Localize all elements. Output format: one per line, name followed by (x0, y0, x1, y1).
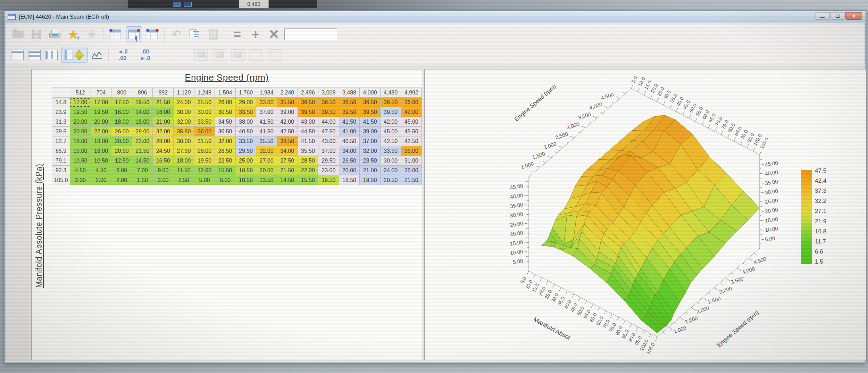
table-cell[interactable]: 42.50 (401, 136, 422, 146)
table-cell[interactable]: 29.50 (318, 156, 339, 166)
table-and-graph-view-icon[interactable] (61, 47, 87, 63)
table-cell[interactable]: 20.00 (111, 136, 132, 146)
flip-horizontal-icon[interactable] (193, 47, 209, 63)
table-cell[interactable]: 26.00 (215, 98, 236, 107)
table-cell[interactable]: 36.00 (194, 127, 215, 136)
table-cell[interactable]: 2.00 (70, 175, 91, 185)
table-cell[interactable]: 19.50 (70, 107, 91, 117)
table-cell[interactable]: 16.00 (153, 107, 174, 117)
table-cell[interactable]: 28.50 (298, 156, 318, 166)
table-cell[interactable]: 36.50 (380, 98, 401, 107)
table-cell[interactable]: 28.00 (194, 146, 215, 156)
table-cell[interactable]: 16.00 (111, 107, 132, 117)
multiply-value-icon[interactable]: ✕ (266, 26, 282, 42)
table-cell[interactable]: 26.00 (111, 127, 132, 136)
table-cell[interactable]: 23.50 (360, 156, 381, 166)
table-cell[interactable]: 23.00 (132, 136, 153, 146)
table-cell[interactable]: 14.50 (277, 175, 298, 185)
column-header-rpm[interactable]: 3,488 (339, 88, 360, 98)
table-cell[interactable]: 28.50 (215, 146, 236, 156)
table-cell[interactable]: 20.00 (70, 127, 91, 136)
row-header-map[interactable]: 65.9 (52, 146, 70, 156)
table-cell[interactable]: 18.50 (339, 175, 360, 185)
table-cell[interactable]: 27.50 (277, 156, 298, 166)
print-icon[interactable] (47, 26, 63, 42)
table-cell[interactable]: 9.00 (153, 166, 174, 175)
table-cell[interactable]: 5.00 (194, 175, 215, 185)
layout-single-icon[interactable] (10, 48, 25, 62)
maximize-button[interactable] (831, 12, 844, 20)
table-cell[interactable]: 37.00 (318, 146, 339, 156)
table-cell[interactable]: 42.00 (380, 117, 401, 127)
column-header-rpm[interactable]: 992 (153, 88, 174, 98)
table-cell[interactable]: 14.00 (132, 107, 153, 117)
column-header-rpm[interactable]: 1,120 (174, 88, 194, 98)
table-cell[interactable]: 20.00 (256, 166, 277, 175)
add-value-icon[interactable]: + (248, 26, 264, 42)
table-cell[interactable]: 13.50 (256, 175, 277, 185)
table-cell[interactable]: 24.50 (153, 146, 174, 156)
table-cell[interactable]: 25.00 (235, 156, 256, 166)
column-header-rpm[interactable]: 512 (70, 88, 91, 98)
close-button[interactable]: ✕ (845, 12, 862, 20)
table-cell[interactable]: 36.50 (360, 98, 381, 107)
column-header-rpm[interactable]: 3,008 (318, 88, 339, 98)
table-cell[interactable]: 22.00 (298, 166, 318, 175)
column-header-rpm[interactable]: 1,504 (215, 88, 236, 98)
table-cell[interactable]: 36.50 (298, 98, 318, 107)
table-cell[interactable]: 7.00 (132, 166, 153, 175)
table-cell[interactable]: 20.50 (380, 175, 401, 185)
table-cell[interactable]: 2.00 (153, 175, 174, 185)
table-cell[interactable]: 35.50 (298, 146, 318, 156)
table-cell[interactable]: 32.00 (215, 136, 236, 146)
table-cell[interactable]: 18.00 (174, 156, 194, 166)
table-cell[interactable]: 1.50 (132, 175, 153, 185)
table-cell[interactable]: 12.00 (194, 166, 215, 175)
table-cell[interactable]: 21.50 (401, 175, 422, 185)
table-cell[interactable]: 15.50 (298, 175, 318, 185)
table-cell[interactable]: 29.00 (132, 127, 153, 136)
table-cell[interactable]: 19.50 (91, 107, 111, 117)
table-cell[interactable]: 36.00 (401, 98, 422, 107)
table-cell[interactable]: 29.00 (235, 98, 256, 107)
value-input[interactable] (284, 28, 337, 40)
table-cell[interactable]: 45.50 (401, 127, 422, 136)
table-cell[interactable]: 36.50 (318, 98, 339, 107)
table-cell[interactable]: 18.00 (132, 117, 153, 127)
zoom-region-icon[interactable] (248, 47, 264, 63)
add-favorite-icon[interactable]: ★ + (65, 26, 81, 42)
table-cell[interactable]: 42.00 (401, 107, 422, 117)
column-header-rpm[interactable]: 2,240 (277, 88, 298, 98)
layout-vertical-icon[interactable] (44, 48, 59, 62)
table-cell[interactable]: 4.50 (70, 166, 91, 175)
row-header-map[interactable]: 79.1 (52, 156, 70, 166)
table-cell[interactable]: 35.50 (174, 127, 194, 136)
table-cell[interactable]: 18.00 (91, 146, 111, 156)
table-cell[interactable]: 39.50 (318, 107, 339, 117)
open-file-icon[interactable] (10, 26, 26, 42)
table-cell[interactable]: 38.00 (235, 117, 256, 127)
table-cell[interactable]: 31.50 (194, 136, 215, 146)
column-header-rpm[interactable]: 4,000 (360, 88, 381, 98)
column-header-rpm[interactable]: 4,480 (380, 88, 401, 98)
table-cell[interactable]: 20.00 (339, 166, 360, 175)
table-cell[interactable]: 21.00 (153, 117, 174, 127)
table-cell[interactable]: 41.50 (298, 136, 318, 146)
table-cell[interactable]: 2.00 (91, 175, 111, 185)
table-cell[interactable]: 43.00 (298, 117, 318, 127)
table-cell[interactable]: 30.50 (215, 107, 236, 117)
titlebar[interactable]: [ECM] 44620 - Main Spark (EGR off) ✕ (5, 11, 866, 23)
table-cell[interactable]: 38.50 (277, 136, 298, 146)
increase-decimals-icon[interactable]: .00►.0 (135, 48, 155, 62)
table-cell[interactable]: 11.50 (174, 166, 194, 175)
table-cell[interactable]: 31.00 (401, 156, 422, 166)
table-cell[interactable]: 44.00 (318, 117, 339, 127)
table-cell[interactable]: 35.00 (401, 146, 422, 156)
column-header-rpm[interactable]: 2,496 (298, 88, 318, 98)
table-cell[interactable]: 30.00 (194, 107, 215, 117)
table-cell[interactable]: 16.50 (153, 156, 174, 166)
column-header-rpm[interactable]: 800 (111, 88, 132, 98)
table-cell[interactable]: 19.50 (194, 156, 215, 166)
table-cell[interactable]: 10.50 (91, 156, 111, 166)
table-cell[interactable]: 34.00 (277, 146, 298, 156)
